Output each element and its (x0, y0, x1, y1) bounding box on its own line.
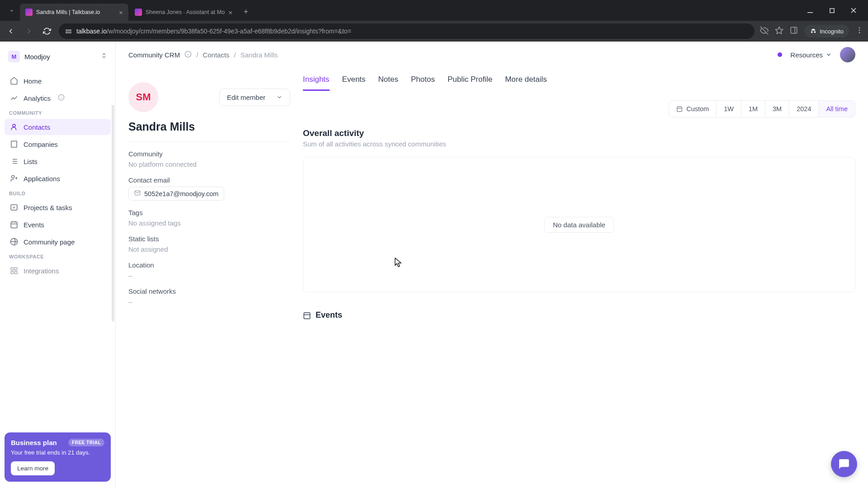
svg-rect-19 (11, 141, 17, 147)
svg-rect-4 (70, 29, 71, 31)
divider (128, 141, 290, 142)
range-all-time-button[interactable]: All time (818, 100, 855, 117)
user-avatar[interactable] (840, 47, 855, 62)
eye-off-icon[interactable] (760, 26, 769, 37)
trial-card: Business plan FREE TRIAL Your free trial… (5, 432, 111, 482)
url-input[interactable]: talkbase.io/w/moodjoy/crm/members/9b38fa… (59, 23, 755, 39)
events-icon (10, 221, 18, 229)
close-icon[interactable]: × (119, 9, 123, 16)
maximize-icon[interactable] (823, 4, 841, 17)
tab-events[interactable]: Events (342, 72, 366, 91)
svg-point-13 (859, 30, 860, 31)
sidebar-item-integrations[interactable]: Integrations (5, 263, 111, 279)
range-custom-button[interactable]: Custom (669, 100, 717, 117)
browser-menu-icon[interactable] (855, 26, 863, 36)
member-card: SM Edit member Sandra Mills CommunityNo … (128, 72, 290, 320)
status-dot-icon[interactable] (778, 52, 782, 57)
new-tab-button[interactable]: + (239, 5, 253, 19)
breadcrumb-contacts[interactable]: Contacts (203, 51, 229, 59)
url-text: talkbase.io/w/moodjoy/crm/members/9b38fa… (76, 28, 351, 35)
sidebar-item-label: Analytics (24, 94, 51, 102)
tab-more-details[interactable]: More details (505, 72, 547, 91)
info-icon[interactable] (58, 94, 65, 102)
reload-icon[interactable] (41, 25, 53, 38)
field-label-social: Social networks (128, 287, 290, 295)
field-value-social: – (128, 298, 290, 305)
sidebar-item-label: Lists (24, 158, 38, 165)
field-value-location: – (128, 272, 290, 279)
star-icon[interactable] (775, 26, 783, 37)
resources-dropdown[interactable]: Resources (790, 51, 832, 59)
field-label-tags: Tags (128, 209, 290, 216)
email-chip[interactable]: 5052e1a7@moodjoy.com (128, 187, 224, 201)
sidebar-item-label: Applications (24, 175, 60, 183)
browser-tab-active[interactable]: Sandra Mills | Talkbase.io × (20, 4, 128, 21)
range-1w-button[interactable]: 1W (716, 100, 741, 117)
browser-tab-strip: Sandra Mills | Talkbase.io × Sheena Jone… (0, 0, 868, 21)
events-section-header: Events (303, 310, 855, 320)
close-window-icon[interactable] (844, 4, 863, 17)
svg-rect-48 (304, 313, 310, 319)
svg-rect-46 (677, 107, 682, 112)
range-1m-button[interactable]: 1M (741, 100, 765, 117)
tab-search-dropdown[interactable] (4, 3, 20, 19)
tab-insights[interactable]: Insights (303, 72, 330, 91)
browser-tab-inactive[interactable]: Sheena Jones · Assistant at Mo × (129, 4, 238, 21)
contacts-icon (10, 123, 18, 131)
svg-point-28 (12, 175, 14, 178)
site-settings-icon[interactable] (65, 28, 72, 35)
favicon-icon (25, 9, 33, 16)
tab-title: Sheena Jones · Assistant at Mo (146, 9, 225, 15)
chevron-down-icon (826, 52, 832, 58)
tab-public-profile[interactable]: Public Profile (448, 72, 492, 91)
field-label-community: Community (128, 150, 290, 158)
favicon-icon (135, 9, 142, 16)
sidebar-item-home[interactable]: Home (5, 73, 111, 89)
sidebar-item-companies[interactable]: Companies (5, 136, 111, 152)
email-value: 5052e1a7@moodjoy.com (144, 190, 218, 197)
globe-icon (10, 238, 18, 246)
range-3m-button[interactable]: 3M (765, 100, 789, 117)
svg-point-18 (13, 124, 15, 127)
sidebar-section-build: BUILD (5, 187, 111, 199)
incognito-badge[interactable]: Incognito (804, 25, 849, 38)
tab-photos[interactable]: Photos (411, 72, 435, 91)
chat-icon (838, 458, 850, 470)
svg-rect-6 (68, 32, 69, 33)
sidebar: M Moodjoy Home Analytics COMMUNITY Conta… (0, 42, 116, 488)
sidebar-item-projects[interactable]: Projects & tasks (5, 199, 111, 216)
back-icon[interactable] (5, 25, 17, 38)
activity-chart: No data available (303, 157, 855, 292)
sidebar-item-label: Contacts (24, 123, 50, 131)
trial-badge: FREE TRIAL (68, 439, 104, 446)
tab-notes[interactable]: Notes (378, 72, 398, 91)
field-value-lists: Not assigned (128, 245, 290, 253)
svg-rect-2 (66, 29, 67, 31)
svg-rect-10 (791, 27, 797, 33)
panel-icon[interactable] (790, 26, 798, 36)
svg-rect-41 (11, 272, 13, 274)
info-icon[interactable] (184, 51, 192, 59)
tab-title: Sandra Mills | Talkbase.io (36, 9, 115, 15)
workspace-selector[interactable]: M Moodjoy (5, 48, 111, 65)
sidebar-item-analytics[interactable]: Analytics (5, 90, 111, 106)
chat-fab-button[interactable] (831, 451, 857, 477)
close-icon[interactable]: × (228, 9, 232, 16)
scrollbar[interactable] (112, 105, 114, 322)
breadcrumb: Community CRM / Contacts / Sandra Mills (128, 51, 278, 59)
edit-member-button[interactable]: Edit member (219, 89, 290, 106)
sidebar-item-applications[interactable]: Applications (5, 170, 111, 187)
sidebar-item-lists[interactable]: Lists (5, 153, 111, 169)
breadcrumb-root[interactable]: Community CRM (128, 51, 180, 59)
minimize-icon[interactable] (801, 4, 819, 17)
companies-icon (10, 140, 18, 148)
sidebar-item-contacts[interactable]: Contacts (5, 119, 111, 135)
sidebar-item-community-page[interactable]: Community page (5, 234, 111, 250)
learn-more-button[interactable]: Learn more (11, 461, 55, 475)
sidebar-item-label: Events (24, 221, 44, 229)
range-year-button[interactable]: 2024 (789, 100, 819, 117)
field-value-community: No platform connected (128, 160, 290, 168)
svg-rect-3 (68, 29, 69, 31)
sidebar-item-events[interactable]: Events (5, 216, 111, 233)
mail-icon (134, 190, 141, 197)
